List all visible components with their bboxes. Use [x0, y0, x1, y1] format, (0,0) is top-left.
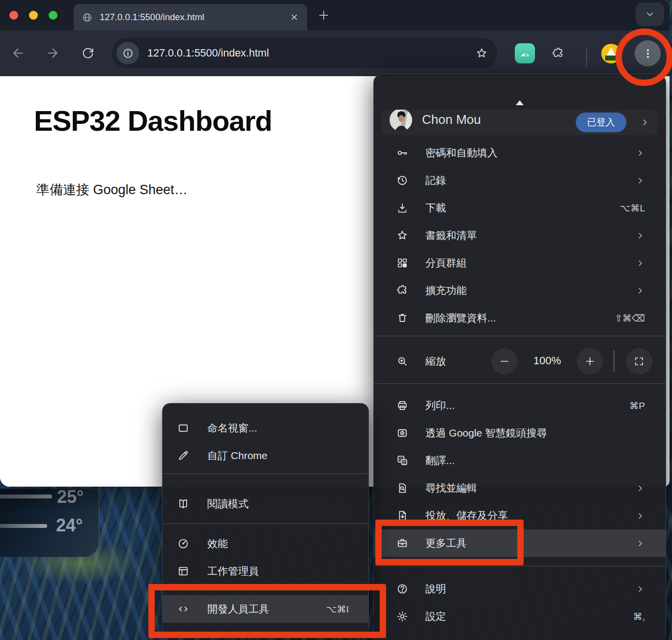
menu-item-extensions[interactable]: 擴充功能 — [374, 277, 666, 304]
back-button[interactable] — [11, 46, 26, 60]
profile-name: Chon Mou — [422, 112, 481, 127]
menu-item-label: 說明 — [425, 582, 636, 596]
find-icon — [396, 482, 409, 495]
annotation-box-devtools — [148, 584, 386, 638]
temperature-bar — [0, 524, 47, 528]
shortcut-label: ⇧⌘⌫ — [615, 313, 645, 324]
reading-mode-icon — [177, 497, 190, 510]
zoom-out-button[interactable] — [491, 348, 518, 375]
url-text[interactable]: 127.0.0.1:5500/index.html — [147, 47, 475, 59]
tab-groups-icon — [396, 257, 409, 269]
menu-scroll-up[interactable] — [374, 74, 666, 110]
screenshot-root: 25° 24° 127.0.0.1:5500/index.html — [0, 0, 672, 640]
signed-in-badge: 已登入 — [576, 113, 626, 132]
pencil-icon — [177, 449, 190, 462]
zoom-icon — [396, 355, 409, 368]
tab-bar: 127.0.0.1:5500/index.html — [0, 0, 670, 30]
task-manager-icon — [177, 565, 190, 578]
globe-icon — [82, 12, 93, 23]
reload-button[interactable] — [81, 46, 95, 60]
menu-item-history[interactable]: 記錄 — [374, 167, 666, 194]
zoom-label: 縮放 — [425, 354, 446, 368]
menu-item-google-lens-search[interactable]: 透過 Google 智慧鏡頭搜尋 — [374, 419, 666, 447]
plus-icon — [584, 355, 596, 367]
submenu-item-name-window[interactable]: 命名視窗... — [163, 414, 368, 442]
tab-search-button[interactable] — [636, 2, 664, 26]
zoom-divider — [614, 350, 615, 372]
tab-title: 127.0.0.1:5500/index.html — [100, 12, 289, 23]
trash-icon — [396, 312, 409, 324]
annotation-circle-menu-button — [616, 29, 672, 86]
info-icon — [122, 47, 134, 59]
fullscreen-icon — [633, 355, 645, 367]
submenu-item-label: 工作管理員 — [207, 564, 349, 578]
submenu-item-label: 命名視窗... — [207, 421, 349, 435]
submenu-item-label: 效能 — [207, 537, 349, 551]
chevron-down-icon — [644, 9, 655, 20]
submenu-item-label: 閱讀模式 — [207, 497, 349, 511]
key-icon — [396, 146, 409, 159]
download-icon — [396, 202, 409, 214]
chevron-right-icon — [636, 584, 645, 594]
svg-text:文: 文 — [402, 460, 406, 465]
menu-item-label: 書籤和清單 — [425, 229, 636, 242]
menu-item-tab-groups[interactable]: 分頁群組 — [374, 249, 666, 277]
submenu-group-2: 閱讀模式 — [163, 478, 368, 524]
chevron-right-icon — [636, 148, 645, 158]
submenu-item-task-manager[interactable]: 工作管理員 — [163, 557, 368, 585]
submenu-group-1: 命名視窗... 自訂 Chrome — [163, 404, 368, 469]
submenu-item-performance[interactable]: 效能 — [163, 530, 368, 557]
menu-group-3: 說明 設定 ⌘, — [374, 575, 666, 630]
shortcut-label: ⌥⌘L — [620, 203, 645, 214]
menu-separator — [374, 566, 666, 566]
new-tab-button[interactable] — [317, 8, 331, 22]
menu-item-downloads[interactable]: 下載 ⌥⌘L — [374, 194, 666, 222]
minimize-window-button[interactable] — [29, 11, 38, 20]
menu-separator — [374, 336, 666, 336]
menu-item-print[interactable]: 列印... ⌘P — [374, 392, 666, 419]
menu-item-label: 設定 — [425, 610, 623, 623]
menu-item-clear-browsing-data[interactable]: 刪除瀏覽資料... ⇧⌘⌫ — [374, 304, 666, 332]
lens-icon — [396, 427, 409, 439]
menu-item-label: 下載 — [425, 201, 610, 215]
chevron-right-icon — [640, 117, 650, 127]
menu-item-find-and-edit[interactable]: 尋找並編輯 — [374, 474, 666, 502]
browser-toolbar: 127.0.0.1:5500/index.html — [0, 30, 670, 76]
extensions-puzzle-button[interactable] — [551, 47, 565, 60]
menu-item-label: 擴充功能 — [425, 284, 636, 297]
page-status-text: 準備連接 Google Sheet… — [36, 181, 188, 199]
bookmark-star-icon[interactable] — [475, 47, 488, 60]
zoom-window-button[interactable] — [49, 11, 57, 20]
mountain-icon — [519, 47, 532, 60]
menu-item-label: 翻譯... — [425, 454, 645, 467]
submenu-item-reading-mode[interactable]: 閱讀模式 — [163, 490, 368, 518]
zoom-in-button[interactable] — [577, 348, 603, 375]
menu-item-label: 尋找並編輯 — [425, 481, 636, 495]
menu-item-settings[interactable]: 設定 ⌘, — [374, 603, 666, 630]
page-title: ESP32 Dashboard — [34, 104, 272, 137]
name-window-icon — [177, 422, 190, 435]
close-window-button[interactable] — [9, 11, 18, 20]
submenu-group-3: 效能 工作管理員 — [163, 524, 368, 590]
chevron-right-icon — [636, 259, 645, 268]
address-bar[interactable]: 127.0.0.1:5500/index.html — [112, 38, 497, 68]
chevron-right-icon — [636, 484, 645, 493]
profile-row[interactable]: Chon Mou 已登入 — [382, 110, 658, 135]
star-icon — [396, 229, 409, 242]
submenu-item-label: 自訂 Chrome — [207, 449, 349, 463]
browser-tab[interactable]: 127.0.0.1:5500/index.html — [74, 4, 307, 30]
submenu-item-customize-chrome[interactable]: 自訂 Chrome — [163, 442, 368, 469]
fullscreen-button[interactable] — [626, 348, 652, 375]
submenu-separator — [163, 473, 368, 474]
menu-item-passwords-autofill[interactable]: 密碼和自動填入 — [374, 139, 666, 167]
forward-button[interactable] — [45, 46, 60, 60]
menu-item-translate[interactable]: G文 翻譯... — [374, 447, 666, 474]
temperature-bar — [0, 495, 52, 498]
extension-nord-button[interactable] — [515, 43, 535, 63]
menu-item-bookmarks-lists[interactable]: 書籤和清單 — [374, 222, 666, 249]
menu-item-help[interactable]: 說明 — [374, 575, 666, 603]
gear-icon — [396, 610, 409, 623]
menu-item-label: 分頁群組 — [425, 256, 636, 270]
site-info-button[interactable] — [116, 42, 139, 64]
close-tab-icon[interactable] — [289, 12, 299, 22]
